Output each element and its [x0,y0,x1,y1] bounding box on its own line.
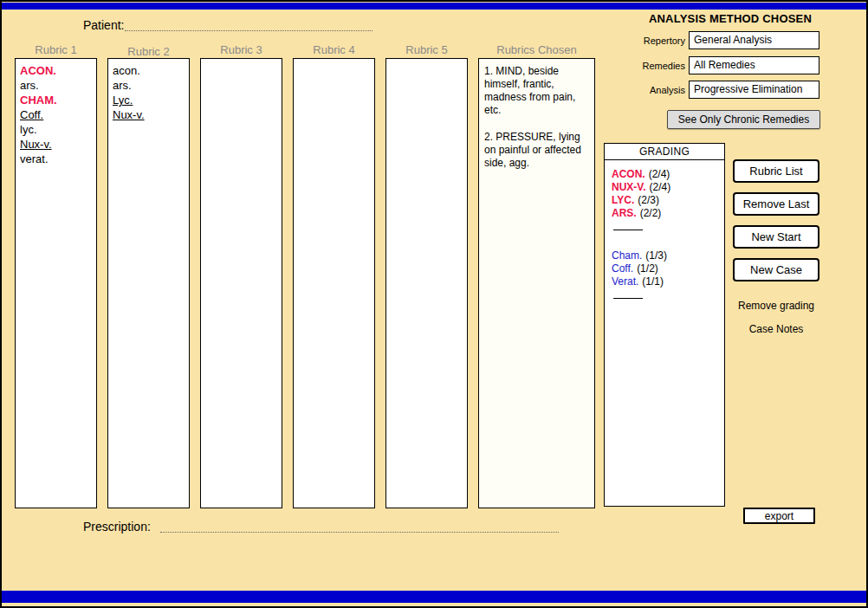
rubrics-chosen-header: Rubrics Chosen [478,43,595,56]
remedy-entry[interactable]: Coff. [20,107,92,122]
remedy-entry[interactable]: CHAM. [20,93,92,107]
remedy-score: (1/2) [637,262,658,275]
remedy-score: (2/3) [638,194,659,206]
analysis-method-title: ANALYSIS METHOD CHOSEN [639,12,821,25]
remedy-score: (1/3) [645,249,667,262]
remedy-entry[interactable]: acon. [113,63,185,78]
remedy-name: ACON. [612,168,645,180]
grading-title: GRADING [605,144,724,160]
rubric-list-button[interactable]: Rubric List [733,159,819,183]
new-case-button[interactable]: New Case [733,258,819,281]
remedy-score: (1/1) [642,275,664,288]
grading-entry: ACON.(2/4) [612,168,717,181]
remedy-score: (2/2) [640,207,662,219]
repertory-value-box[interactable]: General Analysis [689,31,819,49]
analysis-label: Analysis [599,85,685,95]
rubric5-header: Rubric 5 [385,43,468,56]
rubric2-list[interactable]: acon. ars. Lyc. Nux-v. [107,58,190,508]
rubric5-list[interactable] [385,58,468,508]
remedy-entry[interactable]: ars. [20,78,92,93]
remedy-score: (2/4) [649,168,670,180]
grading-entry: Cham.(1/3) [612,249,717,262]
patient-input-line[interactable] [125,18,372,31]
grading-entry: ARS.(2/2) [612,207,717,220]
remedy-entry[interactable]: verat. [20,152,92,166]
grading-entry: LYC.(2/3) [612,194,717,207]
remedy-entry[interactable]: ars. [113,78,185,93]
remedy-name: Cham. [612,249,642,262]
patient-label: Patient: [83,18,124,32]
remedy-name: Coff. [612,262,633,275]
remedy-entry[interactable]: ACON. [20,63,92,78]
new-start-button[interactable]: New Start [733,225,819,249]
remedy-entry[interactable]: Lyc. [113,93,185,107]
remove-last-button[interactable]: Remove Last [733,192,819,216]
analysis-value-box[interactable]: Progressive Elimination [689,81,819,99]
chosen-rubric-text[interactable]: 1. MIND, beside himself, frantic, madnes… [484,65,589,117]
rubric3-header: Rubric 3 [200,43,282,56]
rubric1-header: Rubric 1 [15,43,97,56]
remedy-name: Verat. [612,275,638,288]
prescription-label: Prescription: [83,520,151,534]
remedy-score: (2/4) [650,181,671,193]
rubric4-header: Rubric 4 [293,43,375,56]
case-notes-button[interactable]: Case Notes [724,323,828,335]
grading-body: ACON.(2/4) NUX-V.(2/4) LYC.(2/3) ARS.(2/… [605,160,724,307]
export-button[interactable]: export [743,508,815,524]
grading-panel: GRADING ACON.(2/4) NUX-V.(2/4) LYC.(2/3)… [604,143,725,507]
bottom-blue-bar [2,591,866,603]
remedies-value-box[interactable]: All Remedies [689,56,819,74]
rubric4-list[interactable] [293,58,375,508]
rubrics-chosen-list[interactable]: 1. MIND, beside himself, frantic, madnes… [478,58,595,508]
rubric3-list[interactable] [200,58,282,508]
grading-entry: Coff.(1/2) [612,262,717,275]
remedy-name: ARS. [612,207,637,219]
rubric1-list[interactable]: ACON. ars. CHAM. Coff. lyc. Nux-v. verat… [15,58,97,508]
chosen-rubric-text[interactable]: 2. PRESSURE, lying on painful or affecte… [484,131,589,170]
remedy-name: NUX-V. [612,181,646,193]
rubric2-header: Rubric 2 [107,45,190,58]
grading-separator [613,230,643,230]
see-only-chronic-button[interactable]: See Only Chronic Remedies [667,110,820,129]
grading-entry: NUX-V.(2/4) [612,181,717,194]
grading-entry: Verat.(1/1) [612,275,717,288]
remedy-entry[interactable]: Nux-v. [20,137,92,152]
repertory-label: Repertory [599,36,685,46]
prescription-input-line[interactable] [160,520,559,533]
remedy-entry[interactable]: lyc. [20,122,92,137]
remedy-entry[interactable]: Nux-v. [113,107,185,122]
app-window: Patient: Rubric 1 Rubric 2 Rubric 3 Rubr… [0,0,868,608]
top-blue-bar [2,3,866,10]
remedies-label: Remedies [599,61,685,71]
grading-separator [613,298,643,299]
remedy-name: LYC. [612,194,634,206]
remove-grading-button[interactable]: Remove grading [724,300,828,312]
